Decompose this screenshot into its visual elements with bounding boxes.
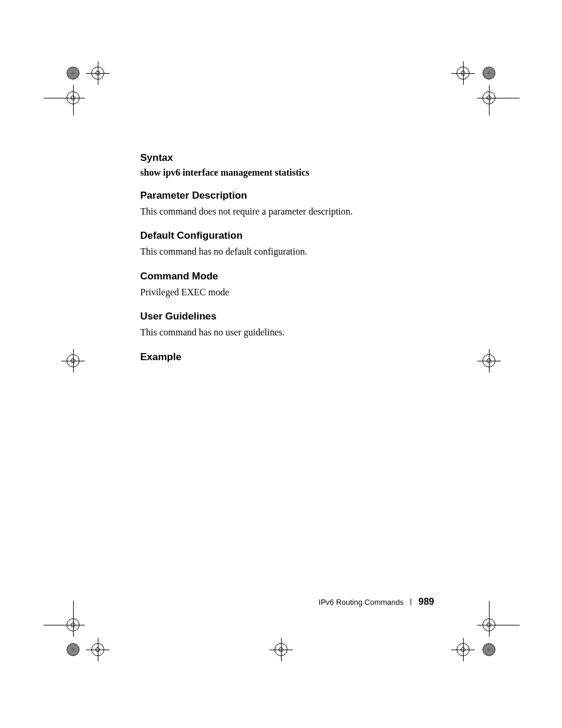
registration-mark-icon (275, 643, 287, 656)
page-footer: IPv6 Routing Commands 989 (319, 597, 434, 607)
example-heading: Example (140, 351, 429, 363)
registration-mark-icon (91, 67, 104, 80)
crop-line-icon (73, 601, 74, 631)
registration-mark-icon (67, 354, 80, 367)
user-guidelines-text: This command has no user guidelines. (140, 326, 429, 339)
crop-mark-icon (482, 67, 495, 80)
registration-mark-icon (482, 354, 495, 367)
page-content: Syntax show ipv6 interface management st… (140, 152, 429, 367)
crop-line-icon (489, 85, 490, 116)
command-mode-text: Privileged EXEC mode (140, 286, 429, 299)
registration-mark-icon (91, 643, 104, 656)
crop-line-icon (489, 98, 520, 98)
crop-mark-icon (67, 67, 80, 80)
default-configuration-text: This command has no default configuratio… (140, 245, 429, 258)
footer-divider (411, 598, 411, 605)
footer-section-title: IPv6 Routing Commands (319, 598, 404, 607)
parameter-description-heading: Parameter Description (140, 190, 429, 202)
default-configuration-heading: Default Configuration (140, 230, 429, 242)
crop-line-icon (73, 85, 74, 116)
syntax-text: show ipv6 interface management statistic… (140, 167, 429, 178)
crop-line-icon (44, 98, 74, 98)
crop-mark-icon (482, 643, 495, 656)
user-guidelines-heading: User Guidelines (140, 311, 429, 322)
syntax-heading: Syntax (140, 152, 429, 164)
parameter-description-text: This command does not require a paramete… (140, 205, 429, 218)
crop-line-icon (489, 625, 520, 625)
crop-mark-icon (67, 643, 80, 656)
command-mode-heading: Command Mode (140, 271, 429, 282)
page-number: 989 (418, 597, 434, 607)
crop-line-icon (44, 625, 74, 625)
crop-line-icon (489, 601, 490, 631)
registration-mark-icon (457, 67, 470, 80)
registration-mark-icon (457, 643, 470, 656)
